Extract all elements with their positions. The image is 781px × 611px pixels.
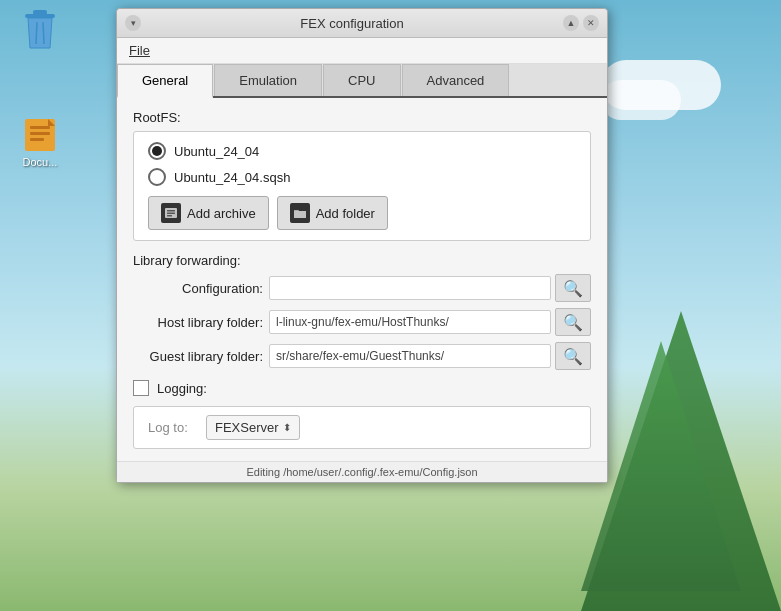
status-bar: Editing /home/user/.config/.fex-emu/Conf… <box>117 461 607 482</box>
add-archive-button[interactable]: Add archive <box>148 196 269 230</box>
title-bar-right-controls: ▲ ✕ <box>563 15 599 31</box>
logging-row: Logging: <box>133 380 591 396</box>
log-to-label: Log to: <box>148 420 198 435</box>
menu-bar: File <box>117 38 607 64</box>
svg-rect-9 <box>167 210 175 212</box>
svg-line-3 <box>43 22 44 44</box>
radio-ubuntu2404-label: Ubuntu_24_04 <box>174 144 259 159</box>
radio-ubuntu2404sqsh-label: Ubuntu_24_04.sqsh <box>174 170 290 185</box>
library-forwarding-label: Library forwarding: <box>133 253 591 268</box>
svg-rect-1 <box>33 10 47 15</box>
svg-rect-6 <box>30 132 50 135</box>
cloud-decoration-2 <box>601 80 681 120</box>
docs-svg <box>20 114 60 154</box>
host-library-row: Host library folder: 🔍 <box>133 308 591 336</box>
config-row: Configuration: 🔍 <box>133 274 591 302</box>
tab-advanced[interactable]: Advanced <box>402 64 510 96</box>
search-icon: 🔍 <box>563 279 583 298</box>
logging-label: Logging: <box>157 381 207 396</box>
host-library-search-button[interactable]: 🔍 <box>555 308 591 336</box>
add-folder-button[interactable]: Add folder <box>277 196 388 230</box>
config-label: Configuration: <box>133 281 263 296</box>
select-arrow-icon: ⬍ <box>283 422 291 433</box>
svg-rect-11 <box>167 215 172 217</box>
add-archive-icon <box>161 203 181 223</box>
trash-icon-desktop[interactable] <box>8 8 72 54</box>
guest-library-search-button[interactable]: 🔍 <box>555 342 591 370</box>
search-icon-3: 🔍 <box>563 347 583 366</box>
rootfs-option-1[interactable]: Ubuntu_24_04 <box>148 142 576 160</box>
documents-icon-desktop[interactable]: Docu... <box>8 114 72 168</box>
title-bar-left-controls: ▾ <box>125 15 141 31</box>
log-to-value: FEXServer <box>215 420 279 435</box>
minimize-button[interactable]: ▲ <box>563 15 579 31</box>
radio-ubuntu2404[interactable] <box>148 142 166 160</box>
tab-cpu[interactable]: CPU <box>323 64 400 96</box>
title-bar: ▾ FEX configuration ▲ ✕ <box>117 9 607 38</box>
window-title: FEX configuration <box>141 16 563 31</box>
log-to-box: Log to: FEXServer ⬍ <box>133 406 591 449</box>
logging-checkbox[interactable] <box>133 380 149 396</box>
status-text: Editing /home/user/.config/.fex-emu/Conf… <box>246 466 477 478</box>
config-search-button[interactable]: 🔍 <box>555 274 591 302</box>
tab-emulation[interactable]: Emulation <box>214 64 322 96</box>
log-to-select[interactable]: FEXServer ⬍ <box>206 415 300 440</box>
rootfs-buttons: Add archive Add folder <box>134 196 590 230</box>
fex-config-dialog: ▾ FEX configuration ▲ ✕ File General Emu… <box>116 8 608 483</box>
svg-rect-7 <box>30 138 44 141</box>
svg-line-2 <box>36 22 37 44</box>
guest-library-input[interactable] <box>269 344 551 368</box>
svg-rect-5 <box>30 126 50 129</box>
host-library-input[interactable] <box>269 310 551 334</box>
host-library-label: Host library folder: <box>133 315 263 330</box>
rootfs-box: Ubuntu_24_04 Ubuntu_24_04.sqsh <box>133 131 591 241</box>
guest-library-label: Guest library folder: <box>133 349 263 364</box>
content-area: RootFS: Ubuntu_24_04 Ubuntu_24_04.sqsh <box>117 98 607 461</box>
trash-svg <box>20 8 60 52</box>
desktop-icons: Docu... <box>0 0 80 176</box>
guest-library-row: Guest library folder: 🔍 <box>133 342 591 370</box>
close-button[interactable]: ✕ <box>583 15 599 31</box>
dropdown-button[interactable]: ▾ <box>125 15 141 31</box>
documents-label: Docu... <box>23 156 58 168</box>
file-menu[interactable]: File <box>125 41 154 60</box>
search-icon-2: 🔍 <box>563 313 583 332</box>
rootfs-label: RootFS: <box>133 110 591 125</box>
tab-general[interactable]: General <box>117 64 213 98</box>
tabs-container: General Emulation CPU Advanced <box>117 64 607 98</box>
library-forwarding-section: Library forwarding: Configuration: 🔍 Hos… <box>133 253 591 370</box>
svg-rect-10 <box>167 213 175 215</box>
add-folder-icon <box>290 203 310 223</box>
rootfs-option-2[interactable]: Ubuntu_24_04.sqsh <box>148 168 576 186</box>
config-input[interactable] <box>269 276 551 300</box>
radio-ubuntu2404sqsh[interactable] <box>148 168 166 186</box>
